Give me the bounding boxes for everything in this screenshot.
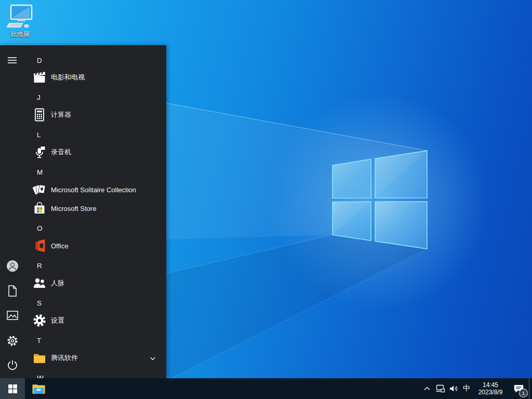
ime-label: 中 <box>463 384 470 393</box>
system-tray: 中 14:45 2023/8/9 1 <box>420 378 532 399</box>
section-letter-T[interactable]: T <box>25 334 166 347</box>
desktop-icon-label: 此电脑 <box>11 30 30 39</box>
app-item-label: 电影和电视 <box>51 73 85 82</box>
app-item-movies-tv[interactable]: 电影和电视 <box>25 68 166 87</box>
power-icon <box>7 360 18 371</box>
app-item-office[interactable]: Office <box>25 236 166 255</box>
solitaire-icon <box>32 182 47 197</box>
file-explorer-button[interactable] <box>27 378 50 399</box>
document-icon <box>7 285 18 297</box>
section-letter-label: W <box>37 374 44 379</box>
app-item-microsoft-store[interactable]: Microsoft Store <box>25 199 166 218</box>
section-letter-S[interactable]: S <box>25 297 166 309</box>
taskbar: 中 14:45 2023/8/9 1 <box>0 378 532 399</box>
this-pc-icon <box>7 4 34 29</box>
section-letter-J[interactable]: J <box>25 91 166 103</box>
speaker-icon <box>449 385 458 392</box>
chevron-down-icon <box>150 355 156 362</box>
windows-logo-icon <box>8 384 17 393</box>
network-icon <box>436 384 445 393</box>
tray-network-button[interactable] <box>434 378 447 399</box>
section-letter-label: O <box>37 224 43 232</box>
section-letter-L[interactable]: L <box>25 128 166 141</box>
voice-recorder-icon <box>32 145 47 159</box>
hamburger-icon <box>7 56 18 64</box>
show-desktop-button[interactable] <box>529 378 532 399</box>
calculator-icon <box>32 108 47 122</box>
section-letter-label: T <box>37 337 41 344</box>
section-letter-label: D <box>37 57 42 64</box>
folder-icon <box>32 351 47 365</box>
section-letter-O[interactable]: O <box>25 222 166 234</box>
action-center-button[interactable]: 1 <box>508 378 529 399</box>
app-item-label: 腾讯软件 <box>51 353 78 363</box>
office-icon <box>32 238 47 253</box>
section-letter-W[interactable]: W <box>25 371 166 378</box>
start-menu: D 电影和电视 J 计算器 L <box>0 45 166 378</box>
user-avatar-icon <box>6 260 19 272</box>
clock-date: 2023/8/9 <box>478 389 503 396</box>
section-letter-label: L <box>37 131 41 139</box>
movies-tv-icon <box>32 70 47 85</box>
section-letter-label: R <box>37 262 42 270</box>
app-item-label: 设置 <box>51 316 64 325</box>
notification-badge: 1 <box>519 389 528 397</box>
section-letter-D[interactable]: D <box>25 54 166 66</box>
people-icon <box>32 276 47 290</box>
app-item-label: 人脉 <box>51 278 64 288</box>
app-item-people[interactable]: 人脉 <box>25 274 166 292</box>
section-letter-label: M <box>37 168 43 176</box>
section-letter-M[interactable]: M <box>25 166 166 178</box>
start-rail-user-button[interactable] <box>2 256 23 276</box>
settings-gear-icon <box>32 313 47 328</box>
chevron-up-icon <box>424 387 430 391</box>
app-item-microsoft-solitaire-collection[interactable]: Microsoft Solitaire Collection <box>25 180 166 199</box>
start-button[interactable] <box>0 378 25 399</box>
section-letter-label: S <box>37 299 42 307</box>
clock-time: 14:45 <box>478 381 503 389</box>
section-letter-R[interactable]: R <box>25 259 166 272</box>
pictures-icon <box>7 311 18 321</box>
app-item-calculator[interactable]: 计算器 <box>25 105 166 124</box>
tray-chevron-button[interactable] <box>420 378 434 399</box>
start-rail-expand-button[interactable] <box>2 50 23 71</box>
app-item-voice-recorder[interactable]: 录音机 <box>25 143 166 162</box>
app-item-label: Office <box>51 242 69 250</box>
app-item-label: Microsoft Store <box>51 205 96 212</box>
app-item-label: Microsoft Solitaire Collection <box>51 186 136 194</box>
tray-ime-button[interactable]: 中 <box>460 378 473 399</box>
desktop-icon-this-pc[interactable]: 此电脑 <box>3 4 37 43</box>
start-rail-pictures-button[interactable] <box>2 305 23 326</box>
app-item-tencent-software-folder[interactable]: 腾讯软件 <box>25 349 166 367</box>
gear-outline-icon <box>7 335 18 347</box>
tray-clock-button[interactable]: 14:45 2023/8/9 <box>473 378 508 399</box>
section-letter-label: J <box>37 94 41 101</box>
store-icon <box>32 201 47 216</box>
start-rail-settings-button[interactable] <box>2 330 23 351</box>
app-item-settings[interactable]: 设置 <box>25 311 166 330</box>
file-explorer-icon <box>32 382 46 395</box>
tray-volume-button[interactable] <box>447 378 460 399</box>
app-item-label: 计算器 <box>51 110 71 119</box>
app-item-label: 录音机 <box>51 148 71 157</box>
start-rail-documents-button[interactable] <box>2 281 23 301</box>
start-rail-power-button[interactable] <box>2 355 23 376</box>
